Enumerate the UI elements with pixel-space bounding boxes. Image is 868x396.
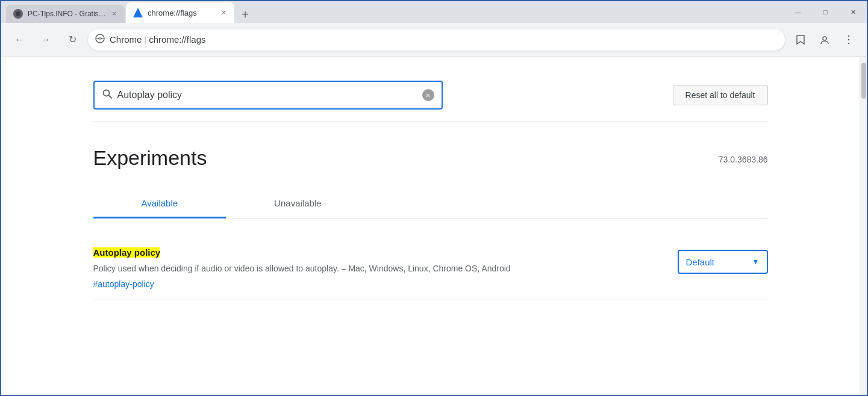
flag-link[interactable]: #autoplay-policy <box>93 279 154 289</box>
active-tab-favicon <box>133 8 143 17</box>
active-tab-label: chrome://flags <box>148 8 197 17</box>
search-input[interactable] <box>117 90 417 101</box>
address-bar[interactable]: Chrome | chrome://flags <box>88 29 785 51</box>
flag-description: Policy used when deciding if audio or vi… <box>93 262 563 275</box>
forward-button[interactable]: → <box>35 29 57 51</box>
experiments-header: Experiments 73.0.3683.86 <box>93 132 768 189</box>
search-area: × Reset all to default <box>93 69 768 122</box>
flag-row: Autoplay policy Policy used when decidin… <box>93 247 768 289</box>
flags-container: × Reset all to default Experiments 73.0.… <box>69 57 792 312</box>
account-button[interactable] <box>814 29 835 51</box>
active-tab[interactable]: chrome://flags × <box>126 2 234 23</box>
browser-window: PC-Tips.INFO - Gratis computer t... × ch… <box>0 0 868 396</box>
scrollbar-track[interactable] <box>860 57 867 395</box>
tab-available[interactable]: Available <box>93 190 226 218</box>
svg-point-4 <box>848 35 849 36</box>
address-divider: | <box>144 34 146 45</box>
inactive-tab[interactable]: PC-Tips.INFO - Gratis computer t... × <box>6 5 125 23</box>
navbar: ← → ↻ Chrome | chrome://flags <box>1 23 867 57</box>
close-button[interactable]: ✕ <box>839 1 867 23</box>
nav-actions <box>790 29 860 51</box>
tabs-area: Available Unavailable <box>93 189 768 218</box>
flag-dropdown[interactable]: Default ▼ <box>678 250 768 274</box>
reset-all-button[interactable]: Reset all to default <box>673 85 768 105</box>
minimize-button[interactable]: — <box>784 1 811 23</box>
inactive-tab-label: PC-Tips.INFO - Gratis computer t... <box>28 10 106 18</box>
maximize-button[interactable]: □ <box>811 1 839 23</box>
experiments-title: Experiments <box>93 146 207 170</box>
svg-point-6 <box>848 42 849 43</box>
version-number: 73.0.3683.86 <box>719 146 768 164</box>
main-content: × Reset all to default Experiments 73.0.… <box>1 57 860 395</box>
svg-point-0 <box>16 11 20 16</box>
flag-item-autoplay: Autoplay policy Policy used when decidin… <box>93 238 768 300</box>
search-box[interactable]: × <box>93 81 443 110</box>
new-tab-button[interactable]: + <box>237 6 254 23</box>
reload-button[interactable]: ↻ <box>61 29 83 51</box>
search-clear-button[interactable]: × <box>422 89 434 101</box>
address-url: chrome://flags <box>149 34 205 45</box>
svg-line-8 <box>108 95 111 98</box>
scrollbar-thumb[interactable] <box>861 63 866 99</box>
inactive-tab-favicon <box>13 9 23 19</box>
svg-point-3 <box>823 37 826 40</box>
search-divider <box>93 122 768 122</box>
dropdown-value: Default <box>686 257 715 267</box>
dropdown-arrow-icon: ▼ <box>752 258 760 266</box>
search-icon <box>102 88 113 102</box>
menu-button[interactable] <box>838 29 860 51</box>
site-info-icon <box>95 34 105 46</box>
address-brand: Chrome <box>110 34 142 45</box>
window-controls: — □ ✕ <box>784 1 867 23</box>
active-tab-close[interactable]: × <box>220 7 227 18</box>
svg-point-5 <box>848 39 849 40</box>
tab-unavailable[interactable]: Unavailable <box>226 190 369 218</box>
flags-list: Autoplay policy Policy used when decidin… <box>93 218 768 300</box>
titlebar: PC-Tips.INFO - Gratis computer t... × ch… <box>1 1 867 23</box>
inactive-tab-close[interactable]: × <box>111 8 117 19</box>
tabs-row: Available Unavailable <box>93 189 768 218</box>
address-content: Chrome | chrome://flags <box>110 34 205 45</box>
bookmark-button[interactable] <box>790 29 811 51</box>
flag-title: Autoplay policy <box>93 247 161 258</box>
back-button[interactable]: ← <box>8 29 30 51</box>
flag-left: Autoplay policy Policy used when decidin… <box>93 247 678 289</box>
content-wrapper: × Reset all to default Experiments 73.0.… <box>1 57 867 395</box>
